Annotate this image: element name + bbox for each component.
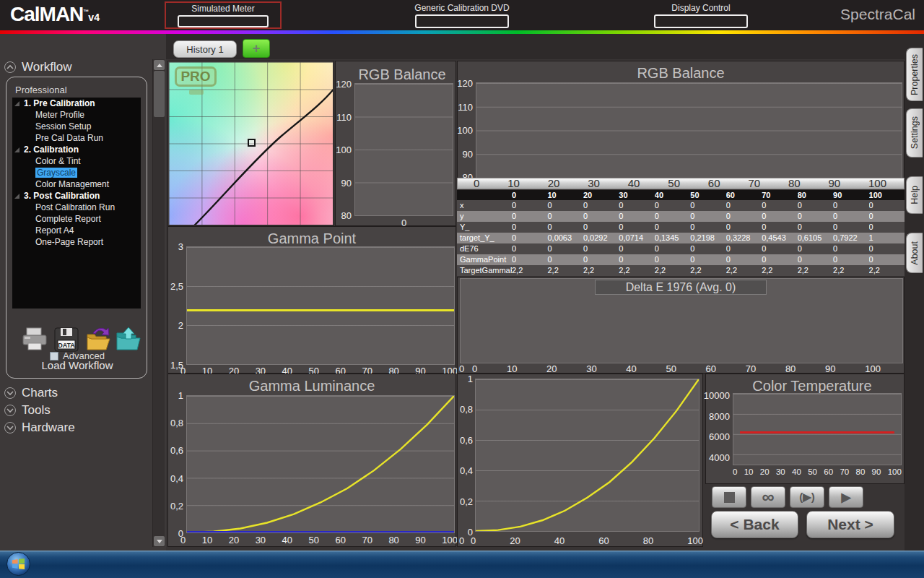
white-point-marker xyxy=(248,139,256,147)
start-button[interactable] xyxy=(6,552,30,576)
chart-title: RGB Balance xyxy=(336,66,456,83)
source-status-slot[interactable] xyxy=(415,14,509,28)
cie-gamut-chart: PRO xyxy=(169,62,333,225)
next-button[interactable]: Next > xyxy=(806,511,894,538)
continuous-measure-button[interactable]: ∞ xyxy=(751,486,785,508)
y-axis-labels: 1201101009080 xyxy=(456,83,474,177)
x-axis-labels: 020406080100 xyxy=(471,535,703,546)
sidebar-section-hardware[interactable]: Hardware xyxy=(4,420,75,435)
y-axis-labels: 10,80,60,40,20 xyxy=(166,395,185,533)
save-data-icon[interactable]: DATA xyxy=(53,326,80,353)
scroll-down-button[interactable] xyxy=(154,536,165,546)
play-button[interactable]: ▶ xyxy=(829,486,863,508)
workflow-sidebar: Workflow Professional 1. Pre Calibration… xyxy=(0,34,166,551)
workflow-step-color-management[interactable]: Color Management xyxy=(12,178,141,190)
x-axis-labels: 0102030405060708090100 xyxy=(180,535,458,545)
scroll-thumb[interactable] xyxy=(154,71,165,117)
rgb-balance-large-panel: RGB Balance 1201101009080 xyxy=(457,61,905,189)
gamma-luminance-panel: Gamma Luminance 10,80,60,40,20 010203040… xyxy=(167,374,456,547)
workflow-step-1-pre-calibration[interactable]: 1. Pre Calibration xyxy=(12,98,141,109)
workflow-step-color-tint[interactable]: Color & Tint xyxy=(12,155,141,167)
gamma-point-panel: Gamma Point 32,521,5 0102030405060708090… xyxy=(167,226,456,374)
y-axis-labels: 32,521,5 xyxy=(166,246,185,365)
measurement-table: 0102030405060708090100x00000000000y00000… xyxy=(457,190,905,276)
source-label: Generic Calibration DVD xyxy=(401,3,523,13)
sidebar-section-charts[interactable]: Charts xyxy=(4,386,58,400)
stop-button[interactable] xyxy=(712,486,746,508)
meter-status-slot[interactable] xyxy=(178,15,269,27)
workflow-step-grayscale[interactable]: Grayscale xyxy=(12,167,141,178)
rgb-balance-small-plot xyxy=(354,83,453,216)
gamma-luminance-secondary-panel: 10,80,60,40,20 0 020406080100 xyxy=(457,374,703,547)
print-icon[interactable] xyxy=(21,326,48,353)
gamma-luminance-plot xyxy=(186,395,455,533)
y-axis-labels: 10,80,60,40,20 xyxy=(456,379,474,532)
history-tab[interactable]: History 1 xyxy=(173,40,237,58)
display-label: Display Control xyxy=(640,3,762,13)
chart-title: RGB Balance xyxy=(458,65,904,82)
gamma-luminance-secondary-plot xyxy=(475,379,699,532)
color-temperature-plot xyxy=(733,393,902,465)
sidebar-section-tools[interactable]: Tools xyxy=(4,403,51,418)
load-workflow-label[interactable]: Load Workflow xyxy=(6,359,148,371)
workflow-step-complete-report[interactable]: Complete Report xyxy=(12,213,141,225)
tab-about[interactable]: About xyxy=(906,233,923,273)
windows-logo-icon xyxy=(12,558,25,569)
workflow-step-report-a4[interactable]: Report A4 xyxy=(12,225,141,236)
baseline xyxy=(187,531,454,532)
tab-help[interactable]: Help xyxy=(906,176,923,214)
rgb-balance-small-panel: RGB Balance 1201101009080 0 xyxy=(335,61,456,226)
pro-watermark: PRO xyxy=(175,66,217,87)
gamma-point-plot xyxy=(186,246,455,365)
workflow-step-pre-cal-data-run[interactable]: Pre Cal Data Run xyxy=(12,132,141,144)
workflow-step-one-page-report[interactable]: One-Page Report xyxy=(12,236,141,248)
table-row-x: x00000000000 xyxy=(457,200,905,211)
workflow-step-post-calibration-run[interactable]: Post Calibration Run xyxy=(12,202,141,213)
meter-alert-frame: Simulated Meter xyxy=(165,1,282,29)
expand-chevron-icon xyxy=(4,387,16,399)
measure-once-button[interactable]: (▶) xyxy=(790,486,824,508)
workflow-section-header[interactable]: Workflow xyxy=(4,60,72,74)
scroll-up-button[interactable] xyxy=(154,60,165,70)
rgb-balance-large-plot xyxy=(476,82,902,178)
gamma-curve xyxy=(187,396,454,532)
expand-chevron-icon xyxy=(4,405,16,416)
back-button[interactable]: < Back xyxy=(711,511,798,538)
chart-title: Color Temperature xyxy=(706,378,904,394)
workflow-step-2-calibration[interactable]: 2. Calibration xyxy=(12,144,141,155)
tab-settings[interactable]: Settings xyxy=(906,108,923,158)
color-temperature-panel: Color Temperature 10000800060004000 0102… xyxy=(705,374,905,484)
tab-properties[interactable]: Properties xyxy=(906,48,923,101)
sidebar-scrollbar[interactable] xyxy=(152,59,165,547)
windows-taskbar: e v4 xyxy=(0,551,924,578)
load-workflow-folder-icon[interactable] xyxy=(115,326,142,353)
delta-e-panel: Delta E 1976 (Avg. 0) 0 0102030405060708… xyxy=(457,277,905,374)
table-row-y: y00000000000 xyxy=(457,211,905,222)
open-workflow-folder-icon[interactable] xyxy=(84,326,112,353)
workflow-step-session-setup[interactable]: Session Setup xyxy=(12,121,141,132)
x-axis-labels: 0102030405060708090100 xyxy=(472,363,881,374)
gamma-target-line xyxy=(187,309,454,311)
chart-title: Gamma Luminance xyxy=(168,378,456,394)
table-header-row: 0102030405060708090100 xyxy=(457,190,905,200)
loop-icon: ∞ xyxy=(762,487,774,507)
x-axis-labels: 0102030405060708090100 xyxy=(458,178,904,189)
cie-chart-panel: PRO xyxy=(167,61,334,226)
workflow-step-meter-profile[interactable]: Meter Profile xyxy=(12,109,141,121)
play-icon: ▶ xyxy=(841,490,850,505)
x-axis-strip[interactable]: 0102030405060708090100 xyxy=(457,178,905,189)
stop-icon xyxy=(724,492,735,503)
table-row-target-y-: target_Y_00,00630,02920,07140,13450,2198… xyxy=(457,233,905,243)
table-row-gammapoint: GammaPoint00000000000 xyxy=(457,254,905,265)
color-temp-target-line xyxy=(740,431,894,434)
meter-label: Simulated Meter xyxy=(166,4,280,14)
workflow-panel: Professional 1. Pre CalibrationMeter Pro… xyxy=(6,77,147,379)
display-status-slot[interactable] xyxy=(654,14,748,28)
workflow-step-3-post-calibration[interactable]: 3. Post Calibration xyxy=(12,190,141,202)
gamma-curve xyxy=(476,379,699,531)
title-bar: CalMAN™v4 Simulated Meter Generic Calibr… xyxy=(0,0,924,30)
chart-title: Gamma Point xyxy=(168,230,456,247)
workflow-profile-name: Professional xyxy=(15,85,67,95)
add-tab-button[interactable]: + xyxy=(243,39,270,58)
y-axis-labels: 1201101009080 xyxy=(334,84,353,215)
